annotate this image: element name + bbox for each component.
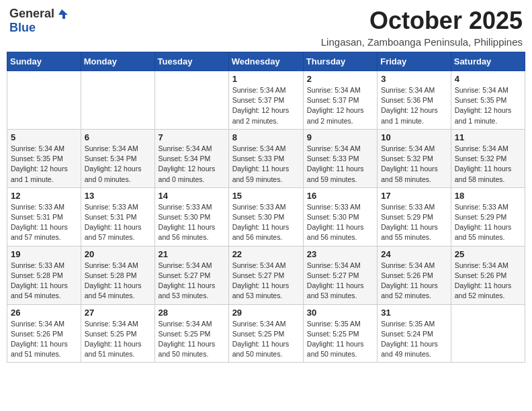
day-info: Sunrise: 5:34 AM Sunset: 5:25 PM Dayligh… [159,319,225,360]
calendar-cell: 6Sunrise: 5:34 AM Sunset: 5:34 PM Daylig… [81,129,154,187]
day-number: 14 [159,191,225,201]
day-number: 19 [11,249,77,259]
calendar-cell: 25Sunrise: 5:34 AM Sunset: 5:26 PM Dayli… [451,246,525,304]
day-number: 2 [307,74,373,84]
day-info: Sunrise: 5:34 AM Sunset: 5:26 PM Dayligh… [455,261,521,302]
logo-bird-icon [56,8,68,20]
day-info: Sunrise: 5:34 AM Sunset: 5:37 PM Dayligh… [307,85,373,126]
day-info: Sunrise: 5:34 AM Sunset: 5:37 PM Dayligh… [232,85,300,126]
day-number: 7 [159,132,225,142]
calendar-cell: 8Sunrise: 5:34 AM Sunset: 5:33 PM Daylig… [228,129,303,187]
day-info: Sunrise: 5:33 AM Sunset: 5:30 PM Dayligh… [232,202,300,243]
day-number: 20 [85,249,151,259]
day-number: 30 [307,308,373,318]
day-number: 21 [159,249,225,259]
calendar-cell: 19Sunrise: 5:33 AM Sunset: 5:28 PM Dayli… [7,246,81,304]
calendar-cell: 17Sunrise: 5:33 AM Sunset: 5:29 PM Dayli… [378,187,451,246]
logo-blue-text: Blue [9,21,36,35]
day-number: 25 [455,249,521,259]
weekday-header-friday: Friday [378,52,451,71]
calendar-cell [7,71,81,130]
day-info: Sunrise: 5:34 AM Sunset: 5:26 PM Dayligh… [11,319,77,360]
logo-general-text: General [9,7,54,21]
day-number: 4 [455,74,521,84]
calendar-cell: 26Sunrise: 5:34 AM Sunset: 5:26 PM Dayli… [7,304,81,363]
calendar-cell: 14Sunrise: 5:33 AM Sunset: 5:30 PM Dayli… [154,187,228,246]
calendar-cell: 16Sunrise: 5:33 AM Sunset: 5:30 PM Dayli… [303,187,377,246]
day-info: Sunrise: 5:33 AM Sunset: 5:29 PM Dayligh… [381,202,447,243]
day-info: Sunrise: 5:34 AM Sunset: 5:28 PM Dayligh… [85,261,151,302]
day-info: Sunrise: 5:34 AM Sunset: 5:32 PM Dayligh… [455,144,521,185]
calendar-cell: 27Sunrise: 5:34 AM Sunset: 5:25 PM Dayli… [81,304,154,363]
calendar-week-row: 26Sunrise: 5:34 AM Sunset: 5:26 PM Dayli… [7,304,525,363]
calendar-cell: 30Sunrise: 5:35 AM Sunset: 5:25 PM Dayli… [303,304,377,363]
day-number: 12 [11,191,77,201]
day-number: 10 [381,132,447,142]
day-info: Sunrise: 5:34 AM Sunset: 5:34 PM Dayligh… [159,144,225,185]
calendar-cell: 29Sunrise: 5:34 AM Sunset: 5:25 PM Dayli… [228,304,303,363]
day-number: 27 [85,308,151,318]
calendar-cell: 20Sunrise: 5:34 AM Sunset: 5:28 PM Dayli… [81,246,154,304]
calendar-week-row: 5Sunrise: 5:34 AM Sunset: 5:35 PM Daylig… [7,129,525,187]
day-info: Sunrise: 5:34 AM Sunset: 5:33 PM Dayligh… [232,144,300,185]
day-info: Sunrise: 5:34 AM Sunset: 5:35 PM Dayligh… [455,85,521,126]
calendar-cell [81,71,154,130]
logo: General Blue [9,7,68,35]
calendar-cell: 2Sunrise: 5:34 AM Sunset: 5:37 PM Daylig… [303,71,377,130]
svg-marker-0 [58,9,68,19]
day-number: 16 [307,191,373,201]
day-number: 17 [381,191,447,201]
day-number: 23 [307,249,373,259]
day-info: Sunrise: 5:33 AM Sunset: 5:31 PM Dayligh… [11,202,77,243]
day-number: 5 [11,132,77,142]
calendar-cell: 3Sunrise: 5:34 AM Sunset: 5:36 PM Daylig… [378,71,451,130]
weekday-header-sunday: Sunday [7,52,81,71]
day-info: Sunrise: 5:33 AM Sunset: 5:30 PM Dayligh… [159,202,225,243]
calendar-cell [451,304,525,363]
calendar-header-row: SundayMondayTuesdayWednesdayThursdayFrid… [7,52,525,71]
calendar-cell: 21Sunrise: 5:34 AM Sunset: 5:27 PM Dayli… [154,246,228,304]
calendar-week-row: 19Sunrise: 5:33 AM Sunset: 5:28 PM Dayli… [7,246,525,304]
calendar-cell: 13Sunrise: 5:33 AM Sunset: 5:31 PM Dayli… [81,187,154,246]
calendar-cell: 9Sunrise: 5:34 AM Sunset: 5:33 PM Daylig… [303,129,377,187]
day-info: Sunrise: 5:33 AM Sunset: 5:28 PM Dayligh… [11,261,77,302]
day-number: 28 [159,308,225,318]
day-info: Sunrise: 5:34 AM Sunset: 5:27 PM Dayligh… [307,261,373,302]
calendar-cell: 7Sunrise: 5:34 AM Sunset: 5:34 PM Daylig… [154,129,228,187]
day-info: Sunrise: 5:34 AM Sunset: 5:26 PM Dayligh… [381,261,447,302]
month-title: October 2025 [321,7,523,35]
day-number: 13 [85,191,151,201]
day-number: 18 [455,191,521,201]
calendar-cell [154,71,228,130]
day-number: 8 [232,132,300,142]
day-number: 6 [85,132,151,142]
calendar-cell: 1Sunrise: 5:34 AM Sunset: 5:37 PM Daylig… [228,71,303,130]
day-number: 15 [232,191,300,201]
day-info: Sunrise: 5:34 AM Sunset: 5:36 PM Dayligh… [381,85,447,126]
day-info: Sunrise: 5:34 AM Sunset: 5:33 PM Dayligh… [307,144,373,185]
day-info: Sunrise: 5:35 AM Sunset: 5:24 PM Dayligh… [381,319,447,360]
page-header: General Blue October 2025 Lingasan, Zamb… [7,7,525,48]
calendar-cell: 11Sunrise: 5:34 AM Sunset: 5:32 PM Dayli… [451,129,525,187]
calendar-cell: 10Sunrise: 5:34 AM Sunset: 5:32 PM Dayli… [378,129,451,187]
weekday-header-tuesday: Tuesday [154,52,228,71]
day-info: Sunrise: 5:33 AM Sunset: 5:31 PM Dayligh… [85,202,151,243]
calendar-cell: 15Sunrise: 5:33 AM Sunset: 5:30 PM Dayli… [228,187,303,246]
calendar-week-row: 12Sunrise: 5:33 AM Sunset: 5:31 PM Dayli… [7,187,525,246]
calendar-table: SundayMondayTuesdayWednesdayThursdayFrid… [7,52,525,363]
day-number: 31 [381,308,447,318]
day-info: Sunrise: 5:34 AM Sunset: 5:32 PM Dayligh… [381,144,447,185]
calendar-cell: 4Sunrise: 5:34 AM Sunset: 5:35 PM Daylig… [451,71,525,130]
calendar-cell: 24Sunrise: 5:34 AM Sunset: 5:26 PM Dayli… [378,246,451,304]
day-info: Sunrise: 5:34 AM Sunset: 5:27 PM Dayligh… [232,261,300,302]
day-number: 9 [307,132,373,142]
calendar-cell: 12Sunrise: 5:33 AM Sunset: 5:31 PM Dayli… [7,187,81,246]
weekday-header-wednesday: Wednesday [228,52,303,71]
calendar-cell: 5Sunrise: 5:34 AM Sunset: 5:35 PM Daylig… [7,129,81,187]
calendar-cell: 23Sunrise: 5:34 AM Sunset: 5:27 PM Dayli… [303,246,377,304]
day-info: Sunrise: 5:35 AM Sunset: 5:25 PM Dayligh… [307,319,373,360]
day-number: 29 [232,308,300,318]
day-info: Sunrise: 5:34 AM Sunset: 5:34 PM Dayligh… [85,144,151,185]
calendar-week-row: 1Sunrise: 5:34 AM Sunset: 5:37 PM Daylig… [7,71,525,130]
day-number: 1 [232,74,300,84]
